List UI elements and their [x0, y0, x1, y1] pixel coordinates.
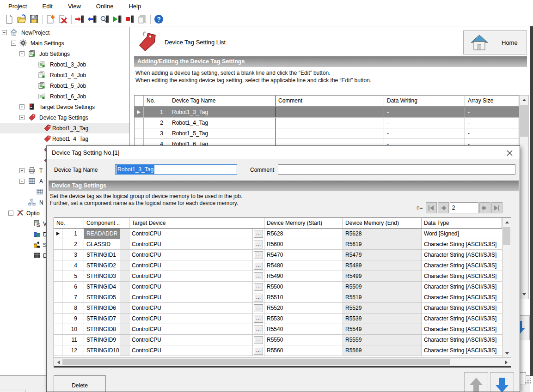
last-record-button[interactable]: [491, 202, 502, 213]
cell-no[interactable]: 5: [62, 271, 84, 281]
cell-device-memory-start[interactable]: R5520: [264, 303, 343, 313]
cell-component[interactable]: STRINGID6: [84, 303, 120, 313]
cell-device-memory-start[interactable]: R5470: [264, 250, 343, 260]
component-table-row[interactable]: 11STRINGID9ControlCPU…R5550R5559Characte…: [54, 335, 502, 345]
cell-device-memory-start[interactable]: R5490: [264, 271, 343, 281]
cell-blank[interactable]: [120, 239, 129, 249]
save-project-icon[interactable]: [28, 13, 40, 25]
tree-item-robot1-3-tag[interactable]: Robot1_3_Tag: [0, 123, 129, 133]
cell-no[interactable]: 8: [62, 303, 84, 313]
cell-blank[interactable]: [120, 229, 129, 239]
cell-device-memory-end[interactable]: R5569: [343, 345, 422, 356]
table-row[interactable]: 2Robot1_4_Tag--: [135, 117, 519, 128]
collapse-icon[interactable]: −: [8, 211, 13, 216]
cell-component[interactable]: GLASSID: [84, 239, 120, 249]
scrollbar-thumb[interactable]: [520, 105, 528, 137]
cell-no[interactable]: 11: [62, 335, 84, 345]
tree-item-robot1-4-job[interactable]: Robot1_4_Job: [0, 70, 129, 80]
browse-button[interactable]: …: [254, 241, 263, 248]
cell-target-device[interactable]: ControlCPU: [129, 335, 253, 345]
cell-component[interactable]: STRINGID2: [84, 260, 120, 271]
scrollbar-thumb[interactable]: [62, 359, 450, 365]
cell-blank[interactable]: [120, 271, 129, 281]
table-cell[interactable]: Robot1_5_Tag: [169, 128, 276, 139]
component-table-row[interactable]: 6STRINGID4ControlCPU…R5500R5509Character…: [54, 282, 502, 292]
cell-target-device[interactable]: ControlCPU: [129, 314, 253, 324]
device-tag-name-input[interactable]: Robot1_3_Tag: [115, 164, 237, 175]
cell-target-device[interactable]: ControlCPU: [129, 324, 253, 334]
scrollbar-thumb[interactable]: [503, 227, 510, 245]
tree-item-target-device-settings[interactable]: +Target Device Settings: [0, 102, 129, 112]
table-cell[interactable]: -: [465, 118, 520, 128]
cell-component[interactable]: STRINGID9: [84, 335, 120, 345]
cell-device-memory-end[interactable]: R5529: [343, 303, 422, 313]
cell-target-device[interactable]: ControlCPU: [129, 260, 253, 271]
previous-record-button[interactable]: [438, 202, 449, 213]
row-marker-icon[interactable]: [54, 324, 62, 334]
delete-item-icon[interactable]: [57, 13, 69, 25]
cell-component[interactable]: STRINGID4: [84, 282, 120, 292]
dialog-title-bar[interactable]: Device Tag Setting No.[1]: [47, 146, 520, 159]
component-table-hscrollbar[interactable]: [54, 357, 511, 366]
menu-edit[interactable]: Edit: [37, 1, 59, 12]
cell-data-type[interactable]: Character String [ASCII/SJIS]: [422, 239, 502, 249]
menu-help[interactable]: Help: [124, 1, 148, 12]
component-table-row[interactable]: 3STRINGID1ControlCPU…R5470R5479Character…: [54, 250, 502, 260]
help-icon[interactable]: ?: [153, 13, 165, 25]
browse-button[interactable]: …: [254, 336, 263, 344]
read-from-device-icon[interactable]: [86, 13, 98, 25]
cell-component[interactable]: STRINGID8: [84, 324, 120, 334]
component-table-row[interactable]: 2GLASSIDControlCPU…R5600R5619Character S…: [54, 239, 502, 250]
cell-device-memory-start[interactable]: R5560: [264, 345, 343, 356]
column-header-data-writing[interactable]: Data Writing: [384, 96, 465, 106]
batch-documents-icon[interactable]: [136, 13, 148, 25]
column-header-device-tag-name[interactable]: Device Tag Name: [169, 96, 276, 106]
cell-device-memory-start[interactable]: R5540: [264, 324, 343, 334]
cell-no[interactable]: 10: [62, 324, 84, 334]
menu-online[interactable]: Online: [92, 1, 121, 12]
next-record-button[interactable]: [479, 202, 490, 213]
collapse-icon[interactable]: −: [19, 51, 25, 56]
column-header-target-device[interactable]: Target Device: [129, 218, 264, 228]
cell-data-type[interactable]: Character String [ASCII/SJIS]: [422, 271, 502, 281]
column-header-device-memory-start[interactable]: Device Memory (Start): [264, 218, 343, 228]
cell-device-memory-end[interactable]: R5519: [343, 292, 422, 302]
tree-item-robot1-3-job[interactable]: Robot1_3_Job: [0, 59, 129, 70]
cell-target-device[interactable]: ControlCPU: [129, 239, 253, 249]
tree-item-job-settings[interactable]: −Job Settings: [0, 48, 129, 59]
collapse-icon[interactable]: −: [19, 115, 25, 120]
cell-target-device[interactable]: ControlCPU: [129, 250, 253, 260]
table-row[interactable]: 3Robot1_5_Tag--: [135, 128, 519, 139]
record-number-input[interactable]: 2: [450, 202, 478, 213]
cell-component[interactable]: STRINGID10: [84, 345, 120, 356]
scroll-down-icon[interactable]: [502, 349, 511, 358]
cell-blank[interactable]: [120, 345, 129, 356]
cell-no[interactable]: 1: [62, 229, 84, 239]
row-marker-icon[interactable]: [135, 128, 144, 139]
open-project-icon[interactable]: [15, 13, 28, 25]
cell-blank[interactable]: [120, 324, 129, 334]
component-table-row[interactable]: 9STRINGID7ControlCPU…R5530R5539Character…: [54, 314, 502, 324]
expand-icon[interactable]: +: [19, 104, 25, 109]
browse-button[interactable]: …: [254, 315, 263, 323]
cell-component[interactable]: STRINGID5: [84, 292, 120, 302]
cell-device-memory-end[interactable]: R5509: [343, 282, 422, 292]
row-marker-icon[interactable]: [135, 107, 144, 117]
column-header-item[interactable]: [120, 218, 129, 228]
verify-device-icon[interactable]: [98, 13, 111, 25]
move-up-button[interactable]: [464, 372, 488, 392]
comment-input[interactable]: [278, 164, 515, 175]
row-marker-icon[interactable]: [54, 314, 62, 324]
component-table-row[interactable]: 12STRINGID10ControlCPU…R5560R5569Charact…: [54, 345, 502, 356]
cell-device-memory-start[interactable]: R5500: [264, 282, 343, 292]
cell-device-memory-start[interactable]: R5530: [264, 314, 343, 324]
row-marker-icon[interactable]: [54, 292, 62, 302]
cell-device-memory-end[interactable]: R5539: [343, 314, 422, 324]
scroll-up-icon[interactable]: [520, 96, 528, 104]
cell-device-memory-end[interactable]: R5559: [343, 335, 422, 345]
cell-data-type[interactable]: Character String [ASCII/SJIS]: [422, 282, 502, 292]
cell-data-type[interactable]: Character String [ASCII/SJIS]: [422, 303, 502, 313]
cell-target-device[interactable]: ControlCPU: [129, 345, 253, 356]
row-marker-icon[interactable]: [54, 260, 62, 271]
write-to-device-icon[interactable]: [74, 13, 86, 25]
